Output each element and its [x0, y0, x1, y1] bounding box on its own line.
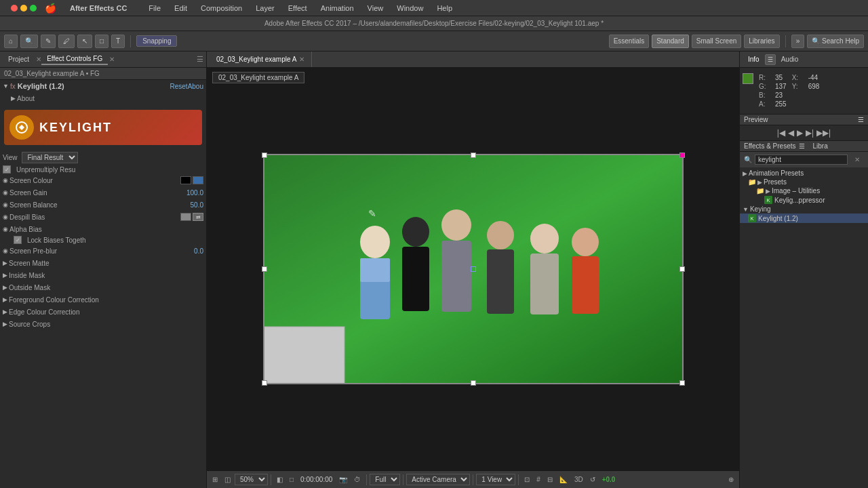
- ap-twirl[interactable]: ▶: [743, 170, 747, 177]
- tab-info[interactable]: Info: [743, 54, 765, 64]
- pen-btn[interactable]: 🖊: [58, 35, 75, 48]
- vt-timecode[interactable]: 0:00:00:00: [298, 474, 335, 485]
- screen-preblur-value[interactable]: 0.0: [170, 247, 203, 255]
- prev-forward-btn[interactable]: ▶|: [806, 128, 814, 138]
- text-btn[interactable]: T: [111, 35, 125, 48]
- about-twirl[interactable]: ▶: [11, 95, 16, 102]
- apple-menu[interactable]: 🍎: [45, 3, 56, 14]
- vt-render-btn[interactable]: ◧: [274, 474, 285, 485]
- tab-close-project[interactable]: ✕: [36, 56, 41, 63]
- despill-bias-twirl[interactable]: ◉: [3, 214, 8, 220]
- ep-image-utilities[interactable]: 📁 ▶ Image – Utilities: [740, 186, 868, 195]
- preview-menu[interactable]: ☰: [858, 116, 864, 123]
- menu-layer[interactable]: Layer: [250, 3, 280, 14]
- screen-gain-value[interactable]: 100.0: [170, 189, 203, 197]
- workspace-essentials[interactable]: Essentials: [609, 35, 650, 48]
- alpha-bias-twirl[interactable]: ◉: [3, 226, 8, 232]
- ep-presets-folder[interactable]: 📁 ▶ Presets: [740, 178, 868, 186]
- ep-animation-presets[interactable]: ▶ Animation Presets: [740, 169, 868, 178]
- unpremultiply-checkbox[interactable]: ✓: [3, 165, 11, 174]
- toolbar-overflow[interactable]: »: [791, 35, 805, 48]
- menu-window[interactable]: Window: [391, 3, 429, 14]
- shape-btn[interactable]: □: [95, 35, 108, 48]
- iu-twirl[interactable]: ▶: [766, 188, 770, 195]
- edge-colour-twirl[interactable]: ▶: [3, 308, 7, 315]
- vt-region-interest[interactable]: ⊕: [726, 474, 736, 485]
- workspace-standard[interactable]: Standard: [652, 35, 689, 48]
- reset-button[interactable]: Reset: [170, 83, 188, 90]
- screen-colour-twirl[interactable]: ◉: [3, 177, 8, 184]
- menu-composition[interactable]: Composition: [195, 3, 248, 14]
- minimize-button[interactable]: [20, 5, 27, 12]
- about-button[interactable]: Abou: [188, 83, 203, 90]
- vt-reset-exposure[interactable]: ↺: [587, 474, 598, 485]
- view-select[interactable]: Final Result: [22, 152, 78, 163]
- vt-rulers[interactable]: 📐: [557, 474, 570, 485]
- lock-biases-checkbox[interactable]: ✓: [14, 236, 22, 244]
- outside-mask-twirl[interactable]: ▶: [3, 284, 7, 291]
- menu-effect[interactable]: Effect: [283, 3, 313, 14]
- brush-btn[interactable]: ✎: [41, 35, 56, 48]
- vt-zoom-select[interactable]: 50%: [235, 474, 268, 485]
- swatch-gray[interactable]: [180, 213, 191, 221]
- vt-grid[interactable]: #: [534, 474, 543, 485]
- tab-close-effect[interactable]: ✕: [109, 56, 115, 63]
- screen-matte-twirl[interactable]: ▶: [3, 260, 7, 266]
- inside-mask-twirl[interactable]: ▶: [3, 272, 7, 279]
- comp-tab-close[interactable]: ✕: [299, 56, 304, 63]
- panel-menu-btn[interactable]: ☰: [197, 55, 203, 64]
- ep-search-input[interactable]: [755, 155, 848, 165]
- screen-colour-swatch[interactable]: [180, 176, 203, 184]
- select-btn[interactable]: ↖: [77, 35, 92, 48]
- vt-3d[interactable]: 3D: [572, 474, 586, 485]
- vt-safe-zones[interactable]: ⊡: [521, 474, 532, 485]
- screen-balance-twirl[interactable]: ◉: [3, 201, 8, 208]
- menu-help[interactable]: Help: [431, 3, 458, 14]
- fg-colour-twirl[interactable]: ▶: [3, 296, 7, 303]
- menu-file[interactable]: File: [143, 3, 166, 14]
- despill-icon[interactable]: ⇄: [193, 213, 203, 221]
- tab-effect-controls[interactable]: Effect Controls FG: [41, 54, 108, 65]
- effect-twirl[interactable]: ▼: [3, 83, 9, 89]
- vt-view-count-select[interactable]: 1 View: [476, 474, 515, 485]
- menu-view[interactable]: View: [362, 3, 389, 14]
- screen-balance-value[interactable]: 50.0: [170, 201, 203, 209]
- home-btn[interactable]: ⌂: [4, 35, 18, 48]
- prev-first-btn[interactable]: |◀: [777, 128, 785, 138]
- menu-animation[interactable]: Animation: [315, 3, 359, 14]
- swatch-blue[interactable]: [193, 176, 203, 184]
- despill-bias-swatch[interactable]: ⇄: [180, 213, 203, 221]
- snapping-btn[interactable]: Snapping: [136, 35, 177, 47]
- vt-resolution-select[interactable]: Full: [370, 474, 400, 485]
- search-help-btn[interactable]: 🔍 Search Help: [807, 35, 864, 48]
- ep-search-clear[interactable]: ✕: [850, 154, 864, 165]
- ep-keyligh-ppressor[interactable]: K Keylig...ppressor: [740, 195, 868, 205]
- keying-twirl[interactable]: ▼: [743, 206, 749, 213]
- tab-audio[interactable]: Audio: [776, 54, 804, 64]
- source-crops-twirl[interactable]: ▶: [3, 321, 7, 327]
- menu-edit[interactable]: Edit: [169, 3, 193, 14]
- app-name[interactable]: After Effects CC: [64, 3, 132, 14]
- vt-preview-btn[interactable]: □: [287, 474, 296, 485]
- vt-guides[interactable]: ⊟: [545, 474, 555, 485]
- ep-libraries-tab[interactable]: Libra: [813, 142, 828, 150]
- tab-project[interactable]: Project: [3, 54, 35, 64]
- presets-twirl[interactable]: ▶: [757, 179, 762, 186]
- prev-back-btn[interactable]: ◀: [788, 128, 794, 138]
- vt-camera-select[interactable]: Active Camera: [406, 474, 470, 485]
- workspace-libraries[interactable]: Libraries: [744, 35, 779, 48]
- prev-last-btn[interactable]: ▶▶|: [816, 128, 831, 138]
- prev-play-btn[interactable]: ▶: [797, 128, 803, 138]
- ep-menu[interactable]: ☰: [799, 142, 805, 150]
- screen-gain-twirl[interactable]: ◉: [3, 189, 8, 196]
- vt-camera-btn[interactable]: 📷: [336, 474, 350, 485]
- maximize-button[interactable]: [30, 5, 37, 12]
- screen-preblur-twirl[interactable]: ◉: [3, 247, 8, 254]
- ep-keylight[interactable]: K Keylight (1.2): [740, 214, 868, 223]
- info-menu-btn[interactable]: ☰: [765, 54, 776, 65]
- swatch-black[interactable]: [180, 176, 191, 184]
- comp-tab-main[interactable]: 02_03_Keylight example A ✕: [210, 52, 312, 67]
- vt-clock-btn[interactable]: ⏱: [351, 474, 363, 485]
- close-button[interactable]: [11, 5, 18, 12]
- vt-grid-btn[interactable]: ⊞: [210, 474, 220, 485]
